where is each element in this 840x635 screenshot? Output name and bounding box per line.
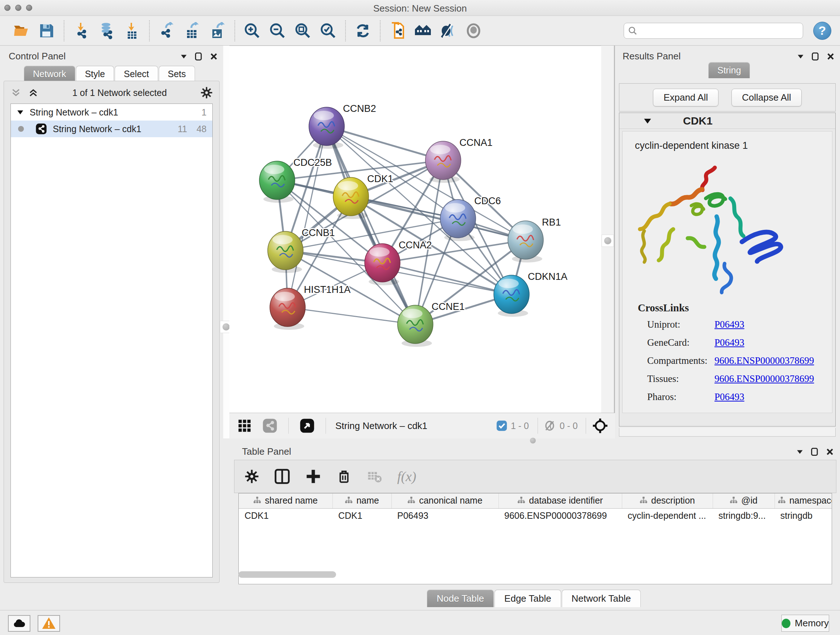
add-column-icon[interactable] bbox=[305, 469, 321, 485]
import-table-icon[interactable] bbox=[123, 21, 141, 40]
houses-icon[interactable] bbox=[414, 21, 432, 40]
column-header-description[interactable]: description bbox=[622, 494, 713, 508]
table-horizontal-scrollbar[interactable] bbox=[238, 571, 336, 578]
memory-button[interactable]: Memory bbox=[782, 615, 829, 632]
collapse-all-networks-icon[interactable] bbox=[11, 87, 21, 98]
panel-float-icon[interactable] bbox=[180, 52, 188, 60]
expand-all-networks-icon[interactable] bbox=[28, 87, 39, 98]
network-node-cdc25b[interactable]: CDC25B bbox=[259, 157, 332, 203]
import-network-file-icon[interactable] bbox=[72, 21, 91, 40]
column-header-database-identifier[interactable]: database identifier bbox=[499, 494, 622, 508]
cloud-button[interactable] bbox=[8, 615, 30, 632]
tab-string-results[interactable]: String bbox=[708, 62, 750, 78]
help-button[interactable]: ? bbox=[813, 22, 831, 40]
grid-view-icon[interactable] bbox=[235, 416, 254, 435]
network-node-rb1[interactable]: RB1 bbox=[508, 217, 561, 263]
panel-close-icon[interactable] bbox=[210, 52, 218, 61]
panel-maximize-icon[interactable] bbox=[811, 52, 820, 61]
crosslink-label: Uniprot: bbox=[647, 319, 714, 330]
import-network-database-icon[interactable] bbox=[97, 21, 116, 40]
birdseye-view-icon[interactable] bbox=[298, 416, 317, 435]
right-splitter-handle[interactable] bbox=[602, 234, 614, 247]
attribute-type-icon bbox=[517, 496, 525, 504]
network-node-hist1h1a[interactable]: HIST1H1A bbox=[270, 284, 351, 330]
table-row[interactable]: CDK1CDK1P064939606.ENSP00000378699cyclin… bbox=[239, 508, 832, 523]
tab-network[interactable]: Network bbox=[24, 66, 75, 82]
warning-button[interactable] bbox=[38, 615, 60, 632]
network-options-gear-icon[interactable] bbox=[201, 87, 213, 99]
network-edge-ccnb2-ccna1[interactable] bbox=[327, 126, 443, 160]
network-edge-ccnb2-hist1h1a[interactable] bbox=[287, 126, 327, 307]
table-options-gear-icon[interactable] bbox=[245, 469, 259, 484]
center-view-crosshair-icon[interactable] bbox=[586, 418, 608, 434]
crosslink-tissues-link[interactable]: 9606.ENSP00000378699 bbox=[714, 373, 814, 385]
zoom-out-icon[interactable] bbox=[268, 21, 287, 40]
expand-all-button[interactable]: Expand All bbox=[653, 89, 718, 106]
column-header-shared-name[interactable]: shared name bbox=[239, 494, 332, 508]
zoom-in-icon[interactable] bbox=[243, 21, 262, 40]
gene-name: CDK1 bbox=[683, 115, 713, 127]
save-session-icon[interactable] bbox=[37, 21, 56, 40]
panel-maximize-icon[interactable] bbox=[194, 52, 203, 61]
tab-sets[interactable]: Sets bbox=[159, 66, 195, 82]
export-network-icon[interactable] bbox=[157, 21, 176, 40]
crosslink-uniprot-link[interactable]: P06493 bbox=[714, 319, 745, 330]
collapse-all-button[interactable]: Collapse All bbox=[731, 89, 802, 106]
tab-style[interactable]: Style bbox=[76, 66, 114, 82]
network-collection-label: String Network – cdk1 bbox=[30, 107, 118, 118]
export-table-icon[interactable] bbox=[183, 21, 202, 40]
network-node-label: RB1 bbox=[542, 217, 561, 228]
panel-float-icon[interactable] bbox=[797, 52, 805, 60]
network-from-selection-icon[interactable] bbox=[388, 21, 407, 40]
network-node-label: CCNB2 bbox=[343, 103, 376, 114]
network-node-label: HIST1H1A bbox=[304, 284, 351, 295]
bottom-splitter-handle[interactable] bbox=[527, 438, 538, 443]
left-splitter[interactable] bbox=[223, 46, 229, 439]
show-all-icon[interactable] bbox=[464, 21, 483, 40]
column-header--id[interactable]: @id bbox=[713, 494, 775, 508]
export-image-icon[interactable] bbox=[208, 21, 227, 40]
network-node-ccna2[interactable]: CCNA2 bbox=[365, 240, 432, 285]
tree-expander-icon[interactable] bbox=[17, 109, 24, 116]
gene-expander-icon[interactable] bbox=[643, 117, 652, 125]
panel-close-icon[interactable] bbox=[826, 52, 835, 61]
toolbar-separator bbox=[538, 418, 538, 434]
network-node-ccnb1[interactable]: CCNB1 bbox=[268, 227, 335, 273]
panel-float-icon[interactable] bbox=[796, 448, 804, 456]
network-edge-hist1h1a-ccne1[interactable] bbox=[287, 307, 415, 325]
table-cell: stringdb:9... bbox=[713, 508, 775, 523]
network-collection-row[interactable]: String Network – cdk1 1 bbox=[11, 104, 212, 120]
network-row[interactable]: String Network – cdk1 11 48 bbox=[11, 120, 212, 137]
crosslink-genecard-link[interactable]: P06493 bbox=[714, 337, 745, 348]
network-node-cdk1[interactable]: CDK1 bbox=[333, 173, 393, 219]
show-columns-icon[interactable] bbox=[274, 469, 290, 485]
network-node-cdkn1a[interactable]: CDKN1A bbox=[494, 271, 568, 317]
zoom-selected-icon[interactable] bbox=[319, 21, 338, 40]
gene-section-header[interactable]: CDK1 bbox=[619, 113, 835, 129]
panel-close-icon[interactable] bbox=[826, 448, 834, 456]
tab-network-table[interactable]: Network Table bbox=[562, 590, 641, 607]
search-input[interactable] bbox=[624, 23, 803, 39]
network-canvas[interactable]: CCNB2CCNA1CDC25BCDK1CDC6RB1CCNB1CCNA2CDK… bbox=[229, 46, 601, 413]
panel-maximize-icon[interactable] bbox=[810, 448, 819, 456]
apply-layout-icon[interactable] bbox=[354, 21, 372, 40]
network-node-ccnb2[interactable]: CCNB2 bbox=[309, 103, 376, 149]
network-node-ccne1[interactable]: CCNE1 bbox=[398, 301, 465, 347]
network-node-cdc6[interactable]: CDC6 bbox=[440, 195, 501, 241]
delete-column-icon[interactable] bbox=[336, 469, 352, 484]
tab-edge-table[interactable]: Edge Table bbox=[494, 590, 561, 607]
table-cell: CDK1 bbox=[239, 508, 332, 523]
open-session-icon[interactable] bbox=[12, 21, 31, 40]
tab-select[interactable]: Select bbox=[115, 66, 158, 82]
attribute-type-icon bbox=[253, 496, 261, 504]
results-scrollbar[interactable] bbox=[619, 428, 836, 437]
column-header-namespace[interactable]: namespace bbox=[775, 494, 832, 508]
hide-selected-icon[interactable] bbox=[439, 21, 458, 40]
network-view-badge-icon[interactable] bbox=[261, 416, 279, 435]
column-header-canonical-name[interactable]: canonical name bbox=[392, 494, 499, 508]
crosslink-pharos-link[interactable]: P06493 bbox=[714, 391, 745, 402]
tab-node-table[interactable]: Node Table bbox=[427, 590, 494, 607]
crosslink-compartments-link[interactable]: 9606.ENSP00000378699 bbox=[714, 355, 814, 366]
column-header-name[interactable]: name bbox=[332, 494, 392, 508]
zoom-fit-icon[interactable] bbox=[294, 21, 312, 40]
